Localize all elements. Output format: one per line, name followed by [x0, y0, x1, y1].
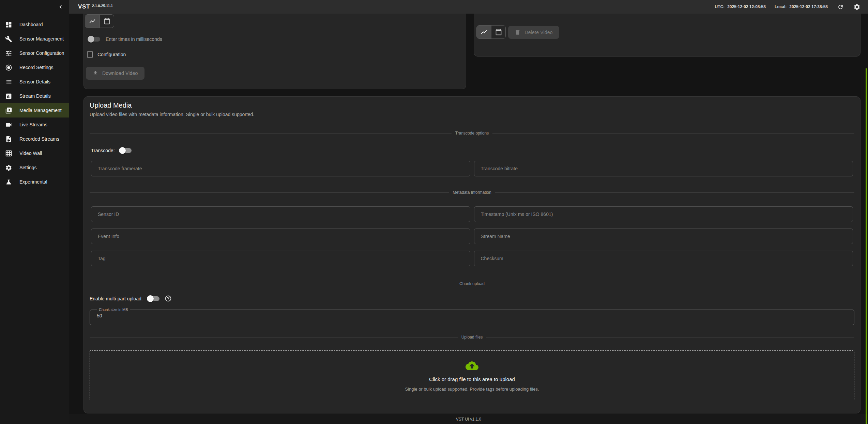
- sidebar-item-label: Recorded Streams: [19, 136, 59, 142]
- wrench-icon: [5, 35, 12, 43]
- sidebar-item-record-settings[interactable]: Record Settings: [0, 60, 69, 75]
- app-root: Dashboard Sensor Management Sensor Confi…: [0, 0, 868, 424]
- sidebar: Dashboard Sensor Management Sensor Confi…: [0, 0, 69, 424]
- delete-video-button-label: Delete Video: [524, 30, 552, 35]
- gear-icon: [5, 164, 12, 171]
- trash-icon: [515, 29, 521, 35]
- divider-label: Metadata Information: [453, 190, 491, 195]
- sidebar-item-sensor-details[interactable]: Sensor Details: [0, 75, 69, 89]
- configuration-checkbox[interactable]: [87, 51, 93, 58]
- sidebar-item-recorded-streams[interactable]: Recorded Streams: [0, 132, 69, 146]
- tune-icon: [5, 50, 12, 57]
- sidebar-item-label: Sensor Configuration: [19, 50, 64, 56]
- timestamp-input[interactable]: [474, 206, 853, 222]
- checksum-input[interactable]: [474, 251, 853, 266]
- sidebar-item-settings[interactable]: Settings: [0, 160, 69, 175]
- sidebar-header: [0, 0, 69, 14]
- sidebar-item-label: Video Wall: [19, 151, 42, 156]
- delete-video-panel: Delete Video: [474, 14, 861, 57]
- topbar: VST 2.1.0-25.11.1 UTC: 2025-12-02 12:08:…: [69, 0, 868, 14]
- upload-files-divider: Upload files: [90, 335, 854, 340]
- line-chart-icon: [89, 18, 96, 25]
- panel-title: Upload Media: [90, 101, 854, 109]
- tag-input[interactable]: [91, 251, 470, 266]
- transcode-fields: [90, 161, 854, 176]
- sidebar-item-label: Live Streams: [19, 122, 47, 127]
- chunk-size-label: Chunk size in MB: [97, 308, 130, 312]
- sidebar-item-label: Settings: [19, 165, 37, 170]
- transcode-bitrate-input[interactable]: [474, 161, 853, 176]
- metadata-fields: [90, 206, 854, 266]
- event-info-input[interactable]: [91, 229, 470, 244]
- chunk-size-input[interactable]: [94, 312, 850, 318]
- sidebar-item-label: Stream Details: [19, 93, 51, 99]
- stream-name-input[interactable]: [474, 229, 853, 244]
- dropzone-main-text: Click or drag file to this area to uploa…: [429, 376, 515, 382]
- sidebar-item-stream-details[interactable]: Stream Details: [0, 89, 69, 103]
- download-time-mode-tabs: [85, 14, 114, 28]
- multipart-toggle[interactable]: [148, 296, 159, 301]
- collapse-sidebar-button[interactable]: [56, 2, 65, 12]
- calendar-icon: [495, 29, 502, 35]
- timeline-tab[interactable]: [477, 26, 491, 38]
- sidebar-item-label: Record Settings: [19, 65, 54, 70]
- sidebar-item-experimental[interactable]: Experimental: [0, 175, 69, 189]
- gear-icon: [853, 3, 861, 11]
- utc-label: UTC:: [715, 4, 725, 9]
- utc-clock: UTC: 2025-12-02 12:08:58: [715, 4, 765, 9]
- download-icon: [92, 70, 98, 76]
- timeline-tab[interactable]: [85, 15, 100, 28]
- app-title: VST: [78, 3, 90, 10]
- sidebar-item-media-management[interactable]: Media Management: [0, 103, 69, 117]
- milliseconds-toggle[interactable]: [89, 37, 100, 42]
- topbar-right: UTC: 2025-12-02 12:08:58 Local: 2025-12-…: [715, 3, 861, 11]
- divider-label: Chunk upload: [459, 281, 485, 286]
- content: Enter times in milliseconds Configuratio…: [69, 14, 868, 414]
- transcode-framerate-input[interactable]: [91, 161, 470, 176]
- footer: VST UI v1.1.0: [69, 414, 868, 424]
- transcode-toggle-row: Transcode:: [90, 148, 854, 153]
- download-video-panel: Enter times in milliseconds Configuratio…: [83, 14, 466, 89]
- upload-media-panel: Upload Media Upload video files with met…: [83, 96, 861, 413]
- chevron-left-icon: [57, 3, 64, 10]
- chunk-size-fieldset: Chunk size in MB: [90, 308, 854, 325]
- panel-subtitle: Upload video files with metadata informa…: [90, 112, 854, 117]
- sidebar-item-sensor-management[interactable]: Sensor Management: [0, 32, 69, 46]
- multipart-label: Enable multi-part upload:: [90, 296, 143, 301]
- sensor-id-input[interactable]: [91, 206, 470, 222]
- video-file-icon: [5, 136, 12, 143]
- sidebar-item-video-wall[interactable]: Video Wall: [0, 146, 69, 160]
- metadata-information-divider: Metadata Information: [90, 190, 854, 195]
- delete-video-button[interactable]: Delete Video: [508, 26, 559, 39]
- refresh-button[interactable]: [837, 3, 844, 11]
- help-icon: [165, 295, 172, 302]
- transcode-options-divider: Transcode options: [90, 131, 854, 136]
- configuration-checkbox-label: Configuration: [97, 52, 126, 57]
- multipart-help-button[interactable]: [165, 295, 172, 302]
- sidebar-item-label: Sensor Management: [19, 36, 64, 42]
- bar-chart-icon: [5, 93, 12, 100]
- sidebar-item-label: Media Management: [19, 108, 62, 113]
- calendar-tab[interactable]: [491, 26, 505, 38]
- file-dropzone[interactable]: Click or drag file to this area to uploa…: [90, 350, 854, 400]
- delete-time-mode-tabs: [476, 25, 506, 39]
- configuration-checkbox-row: Configuration: [87, 51, 466, 58]
- dashboard-icon: [5, 21, 12, 28]
- transcode-toggle[interactable]: [120, 148, 132, 153]
- toggle-knob: [147, 295, 154, 302]
- sidebar-item-sensor-configuration[interactable]: Sensor Configuration: [0, 46, 69, 60]
- settings-button[interactable]: [853, 3, 861, 11]
- sidebar-item-live-streams[interactable]: Live Streams: [0, 117, 69, 132]
- calendar-icon: [104, 18, 110, 25]
- sidebar-item-dashboard[interactable]: Dashboard: [0, 17, 69, 32]
- vertical-scrollbar-thumb[interactable]: [866, 68, 867, 424]
- videocam-icon: [5, 121, 12, 128]
- dropzone-sub-text: Single or bulk upload supported. Provide…: [405, 387, 539, 392]
- flask-icon: [5, 178, 12, 186]
- line-chart-icon: [481, 29, 487, 35]
- utc-value: 2025-12-02 12:08:58: [727, 4, 766, 9]
- milliseconds-toggle-row: Enter times in milliseconds: [89, 36, 466, 42]
- download-video-button[interactable]: Download Video: [86, 67, 144, 80]
- calendar-tab[interactable]: [100, 15, 114, 28]
- sidebar-nav: Dashboard Sensor Management Sensor Confi…: [0, 14, 69, 189]
